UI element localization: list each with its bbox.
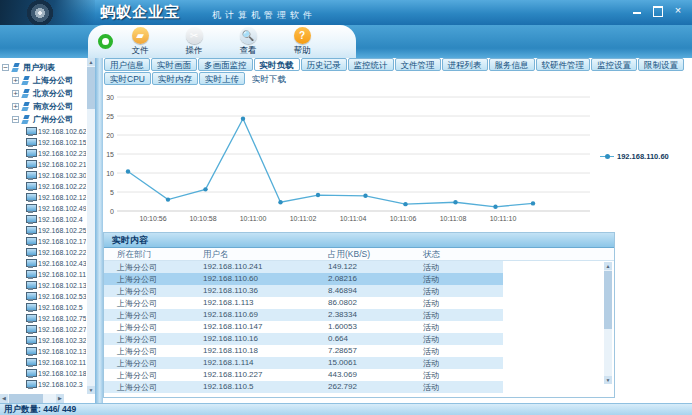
tab-实时画面[interactable]: 实时画面: [151, 58, 197, 71]
tree-root-item[interactable]: −用户列表: [2, 61, 86, 74]
tree-computer-item[interactable]: 192.168.102.62: [2, 126, 86, 137]
collapse-icon[interactable]: −: [12, 116, 19, 123]
table-cell: 192.168.110.241: [203, 262, 262, 271]
computer-icon: [26, 160, 35, 169]
collapse-icon[interactable]: −: [2, 64, 9, 71]
expand-icon[interactable]: +: [12, 77, 19, 84]
toolbar-button-label: 文件: [132, 45, 149, 57]
tree-computer-item[interactable]: 192.168.102.182: [2, 368, 86, 379]
tab-进程列表[interactable]: 进程列表: [442, 58, 488, 71]
toolbar: ▰文件✂操作🔍查看?帮助: [0, 25, 692, 58]
sidebar-horizontal-scrollbar[interactable]: ◀ ▶: [0, 394, 64, 403]
tree-computer-item[interactable]: 192.168.102.250: [2, 225, 86, 236]
subtab-实时CPU[interactable]: 实时CPU: [104, 72, 151, 85]
status-bar: 用户数量: 446/ 449: [0, 403, 692, 415]
expand-icon[interactable]: +: [12, 90, 19, 97]
table-vertical-scrollbar[interactable]: ▲ ▼: [604, 262, 612, 384]
toolbar-button-操作[interactable]: ✂操作: [167, 26, 221, 58]
tree-branch-label: 广州分公司: [33, 114, 73, 125]
scroll-left-icon[interactable]: ◀: [0, 394, 8, 403]
tree-computer-item[interactable]: 192.168.102.126: [2, 192, 86, 203]
tree-computer-item[interactable]: 192.168.102.5: [2, 302, 86, 313]
scroll-thumb[interactable]: [87, 67, 95, 109]
tab-文件管理[interactable]: 文件管理: [395, 58, 441, 71]
computer-icon: [26, 336, 35, 345]
toolbar-button-帮助[interactable]: ?帮助: [275, 26, 329, 58]
tab-监控统计[interactable]: 监控统计: [348, 58, 394, 71]
tree-computer-item[interactable]: 192.168.102.13: [2, 346, 86, 357]
table-row[interactable]: 上海分公司192.168.110.1471.60053活动: [104, 321, 503, 333]
sidebar-splitter[interactable]: [95, 58, 103, 403]
scroll-right-icon[interactable]: ▶: [56, 394, 64, 403]
computer-icon: [26, 270, 35, 279]
table-row[interactable]: 上海分公司192.168.110.160.664活动: [104, 333, 503, 345]
tree-computer-item[interactable]: 192.168.102.27: [2, 324, 86, 335]
tab-实时负载[interactable]: 实时负载: [254, 58, 300, 71]
tab-服务信息[interactable]: 服务信息: [489, 58, 535, 71]
scroll-thumb[interactable]: [604, 271, 612, 329]
table-row[interactable]: 上海分公司192.168.110.602.08216活动: [104, 273, 503, 285]
tree-branch-上海分公司[interactable]: +上海分公司: [2, 74, 86, 87]
table-row[interactable]: 上海分公司192.168.1.11415.0061活动: [104, 357, 503, 369]
tree-computer-item[interactable]: 192.168.102.150: [2, 137, 86, 148]
column-header-用户名[interactable]: 用户名: [203, 249, 229, 261]
tree-computer-item[interactable]: 192.168.102.225: [2, 181, 86, 192]
subtab-实时上传[interactable]: 实时上传: [199, 72, 245, 85]
tree-computer-item[interactable]: 192.168.102.22: [2, 247, 86, 258]
tree-computer-item[interactable]: 192.168.102.30: [2, 170, 86, 181]
toolbar-button-查看[interactable]: 🔍查看: [221, 26, 275, 58]
subtab-实时下载[interactable]: 实时下载: [246, 72, 292, 85]
tree-computer-item[interactable]: 192.168.102.111: [2, 269, 86, 280]
table-row[interactable]: 上海分公司192.168.110.368.46894活动: [104, 285, 503, 297]
table-row[interactable]: 上海分公司192.168.110.241149.122活动: [104, 261, 503, 273]
tree-computer-item[interactable]: 192.168.102.177: [2, 236, 86, 247]
tab-限制设置[interactable]: 限制设置: [638, 58, 684, 71]
tab-多画面监控[interactable]: 多画面监控: [198, 58, 253, 71]
tab-历史记录[interactable]: 历史记录: [301, 58, 347, 71]
table-row[interactable]: 上海分公司192.168.110.692.38334活动: [104, 309, 503, 321]
tree-computer-item[interactable]: 192.168.102.217: [2, 159, 86, 170]
expand-icon[interactable]: +: [12, 103, 19, 110]
table-cell: 上海分公司: [117, 286, 157, 297]
table-cell: 上海分公司: [117, 382, 157, 393]
column-header-状态[interactable]: 状态: [423, 249, 440, 261]
tree-computer-item[interactable]: 192.168.102.3: [2, 379, 86, 390]
scroll-up-icon[interactable]: ▲: [604, 262, 612, 270]
group-icon: [11, 63, 21, 72]
sidebar-vertical-scrollbar[interactable]: ▲ ▼: [87, 58, 95, 394]
tree-computer-item[interactable]: 192.168.102.11: [2, 357, 86, 368]
tree-computer-item[interactable]: 192.168.102.53: [2, 291, 86, 302]
toolbar-button-文件[interactable]: ▰文件: [113, 26, 167, 58]
tree-computer-item[interactable]: 192.168.102.135: [2, 280, 86, 291]
table-cell: 1.60053: [328, 322, 357, 331]
tree-branch-北京分公司[interactable]: +北京分公司: [2, 87, 86, 100]
title-bar: 蚂蚁企业宝 机计算机管理软件 ×: [0, 0, 692, 25]
tree-computer-item[interactable]: 192.168.102.43: [2, 258, 86, 269]
scroll-down-icon[interactable]: ▼: [87, 386, 95, 394]
tree-branch-南京分公司[interactable]: +南京分公司: [2, 100, 86, 113]
table-row[interactable]: 上海分公司192.168.110.5262.792活动: [104, 381, 503, 393]
tree-computer-item[interactable]: 192.168.102.49: [2, 203, 86, 214]
tree-computer-item[interactable]: 192.168.102.75: [2, 313, 86, 324]
scroll-thumb[interactable]: [9, 394, 43, 403]
tree-computer-item[interactable]: 192.168.102.4: [2, 214, 86, 225]
maximize-button[interactable]: [652, 5, 664, 16]
subtab-实时内存[interactable]: 实时内存: [152, 72, 198, 85]
close-button[interactable]: ×: [672, 5, 684, 16]
tab-软硬件管理[interactable]: 软硬件管理: [536, 58, 591, 71]
scroll-down-icon[interactable]: ▼: [604, 376, 612, 384]
tab-监控设置[interactable]: 监控设置: [591, 58, 637, 71]
tab-用户信息[interactable]: 用户信息: [104, 58, 150, 71]
table-row[interactable]: 上海分公司192.168.110.227443.069活动: [104, 369, 503, 381]
computer-icon: [26, 237, 35, 246]
minimize-button[interactable]: [632, 5, 644, 16]
tree-computer-item[interactable]: 192.168.102.32: [2, 335, 86, 346]
column-header-所在部门[interactable]: 所在部门: [117, 249, 151, 261]
table-row[interactable]: 上海分公司192.168.110.187.28657活动: [104, 345, 503, 357]
column-header-占用(KB/S)[interactable]: 占用(KB/S): [328, 249, 370, 261]
table-row[interactable]: 上海分公司192.168.1.11386.0802活动: [104, 297, 503, 309]
tree-branch-广州分公司[interactable]: −广州分公司: [2, 113, 86, 126]
table-cell: 2.08216: [328, 274, 357, 283]
scroll-up-icon[interactable]: ▲: [87, 58, 95, 66]
tree-computer-item[interactable]: 192.168.102.235: [2, 148, 86, 159]
